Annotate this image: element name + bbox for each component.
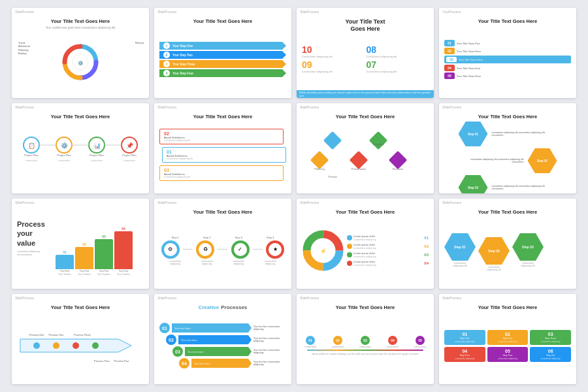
step-3: 3 Your Step Three xyxy=(159,60,286,68)
svg-text:📌: 📌 xyxy=(126,142,134,150)
slide-title-11: Your Title Text Goes Here xyxy=(302,209,429,215)
slide-content-15: 01 consectetur 02 consectetur 03 consect… xyxy=(302,312,429,379)
svg-point-39 xyxy=(33,342,40,349)
svg-point-42 xyxy=(92,342,99,349)
slide-9[interactable]: SlideProcess Processyourvalue consectetu… xyxy=(12,199,149,289)
slide-11[interactable]: SlideProcess Your Title Text Goes Here ⚡… xyxy=(297,199,434,289)
slide-label-2: SlideProcess xyxy=(157,10,176,14)
svg-text:Process Two: Process Two xyxy=(49,333,65,336)
svg-rect-22 xyxy=(323,131,342,149)
svg-text:Process Five: Process Five xyxy=(114,359,129,363)
svg-text:consectetur: consectetur xyxy=(25,159,38,162)
slide-content-6: 02 Award Exhibitions consectetur adipisc… xyxy=(159,122,286,188)
svg-text:Process Four: Process Four xyxy=(94,359,110,363)
slide-title-13: Your Title Text Goes Here xyxy=(17,304,144,310)
slide-label-14: SlideProcess xyxy=(157,296,176,300)
svg-text:Project Plan: Project Plan xyxy=(90,154,104,157)
slide-content-14: 01 Your text here Your text here consect… xyxy=(159,312,286,379)
slide-label-7: SlideProcess xyxy=(300,105,319,109)
svg-text:consectetur: consectetur xyxy=(91,159,103,162)
svg-rect-26 xyxy=(389,150,407,169)
slide-title-6: Your Title Text Goes Here xyxy=(159,114,286,120)
slide-8[interactable]: SlideProcess Your Title Text Goes Here S… xyxy=(439,103,576,193)
slide-title-8: Your Title Text Goes Here xyxy=(444,114,571,120)
slide-title-2: Your Title Text Goes Here xyxy=(159,18,286,24)
slide-content-7: Themes Company Planning Presentation Bus… xyxy=(302,122,429,188)
slide-label-10: SlideProcess xyxy=(157,201,176,204)
svg-text:Company: Company xyxy=(372,142,384,146)
slide-title-5: Your Title Text Goes Here xyxy=(17,114,144,120)
slide-title-10: Your Title Text Goes Here xyxy=(159,209,286,215)
svg-text:consectetur: consectetur xyxy=(123,159,136,162)
slide-title-14: Creative Processes xyxy=(159,304,286,310)
slide-subtitle-1: Your subtitle text goes here consectetur… xyxy=(17,26,144,29)
slide-6[interactable]: SlideProcess Your Title Text Goes Here 0… xyxy=(154,103,291,193)
slide-title-7: Your Title Text Goes Here xyxy=(302,114,429,120)
slide-content-3: 10 Consectetur adipiscing elit 08 Consec… xyxy=(302,35,429,93)
slide-title-3: Your Title TextGoes Here xyxy=(302,18,429,33)
slide-10[interactable]: SlideProcess Your Title Text Goes Here S… xyxy=(154,199,291,289)
svg-text:Business: Business xyxy=(393,167,403,171)
slide-4[interactable]: YourProcess Your Title Text Goes Here 01… xyxy=(439,8,576,98)
slide-content-10: Step 1 Step 2 Step 3 Step 4 ⚙ ♻ ✓ ★ cons… xyxy=(159,217,286,284)
svg-text:Project Plan: Project Plan xyxy=(122,154,137,157)
slide-title-1: Your Title Text Goes Here xyxy=(17,18,144,24)
slide-title-15: Your Title Text Goes Here xyxy=(302,304,429,310)
svg-text:Planning: Planning xyxy=(314,167,325,171)
svg-text:Themes: Themes xyxy=(328,175,337,178)
slide-label-11: SlideProcess xyxy=(300,201,319,204)
slide-label-13: SlideProcess xyxy=(15,296,34,300)
slide-label-8: SlideProcess xyxy=(442,105,461,109)
slide-content-11: ⚡ Lorem ipsum dolorconsectetur adipiscin… xyxy=(302,217,429,284)
svg-text:Process Three: Process Three xyxy=(74,333,91,336)
svg-rect-23 xyxy=(369,131,387,149)
slide-content-1: ⚙️ Trend Adventure Relaxing Betting Retr… xyxy=(17,31,144,93)
bottom-banner-3: While attending any meeting we should ma… xyxy=(297,90,434,98)
slide-label-1: SlideProcess xyxy=(15,10,34,14)
step-2: 2 Your Step Two xyxy=(159,51,286,59)
slide-title-4: Your Title Text Goes Here xyxy=(444,18,571,24)
slides-grid: SlideProcess Your Title Text Goes Here Y… xyxy=(5,1,583,391)
slide-16[interactable]: SlideProcess Your Title Text Goes Here 0… xyxy=(439,294,576,384)
slide-content-13: Process One Process Two Process Three Pr… xyxy=(17,312,144,379)
slide-content-2: 1 Your Step One 2 Your Step Two 3 Your S… xyxy=(159,26,286,93)
svg-text:⚡: ⚡ xyxy=(320,248,327,254)
step-1: 1 Your Step One xyxy=(159,42,286,50)
svg-text:Project Plan: Project Plan xyxy=(24,154,39,157)
slide-label-4: YourProcess xyxy=(442,10,461,14)
slide-title-16: Your Title Text Goes Here xyxy=(444,304,571,310)
svg-text:Presentation: Presentation xyxy=(351,167,366,171)
slide-title-12: Your Title Text Goes Here xyxy=(444,209,571,215)
svg-rect-24 xyxy=(310,150,329,169)
slide-1[interactable]: SlideProcess Your Title Text Goes Here Y… xyxy=(12,8,149,98)
slide-14[interactable]: SlideProcess Creative Processes 01 Your … xyxy=(154,294,291,384)
slide-7[interactable]: SlideProcess Your Title Text Goes Here T… xyxy=(297,103,434,193)
svg-point-41 xyxy=(73,342,79,349)
slide-12[interactable]: SlideProcess Your Title Text Goes Here S… xyxy=(439,199,576,289)
slide-2[interactable]: SlideProcess Your Title Text Goes Here 1… xyxy=(154,8,291,98)
svg-text:consectetur: consectetur xyxy=(58,159,71,162)
slide-label-16: SlideProcess xyxy=(442,296,461,300)
slide-label-15: SlideProcess xyxy=(300,296,319,300)
slide-13[interactable]: SlideProcess Your Title Text Goes Here P… xyxy=(12,294,149,384)
slide-label-3: SlideProcess xyxy=(300,10,319,14)
slide-label-9: SlideProcess xyxy=(15,201,34,204)
slide-15[interactable]: SlideProcess Your Title Text Goes Here 0… xyxy=(297,294,434,384)
slide-label-5: SlideProcess xyxy=(15,105,34,109)
slide-content-16: 01 Step One consectetur adipiscing 02 St… xyxy=(444,312,571,379)
svg-rect-25 xyxy=(350,150,368,169)
slide-label-6: SlideProcess xyxy=(157,105,176,109)
slide-content-5: 📋 ⚙️ 📊 📌 Project Plan Project Plan Proje… xyxy=(17,122,144,188)
svg-text:⚙️: ⚙️ xyxy=(61,142,69,150)
slide-content-12: Step 01 consecteturadipiscing elit Step … xyxy=(444,217,571,284)
slide-content-4: 01 Your Title Goes Part 02 Your Title Go… xyxy=(444,26,571,93)
svg-text:⚙️: ⚙️ xyxy=(78,60,84,66)
svg-text:📋: 📋 xyxy=(28,142,36,150)
svg-text:Project Plan: Project Plan xyxy=(57,154,71,157)
slide-label-12: SlideProcess xyxy=(442,201,461,204)
svg-text:Process One: Process One xyxy=(29,333,44,336)
slide-3[interactable]: SlideProcess Your Title TextGoes Here 10… xyxy=(297,8,434,98)
slide-content-8: Step 01 consectetur adipiscing elit cons… xyxy=(444,122,571,193)
slide-5[interactable]: SlideProcess Your Title Text Goes Here 📋… xyxy=(12,103,149,193)
step-4: 4 Your Step Four xyxy=(159,69,286,77)
